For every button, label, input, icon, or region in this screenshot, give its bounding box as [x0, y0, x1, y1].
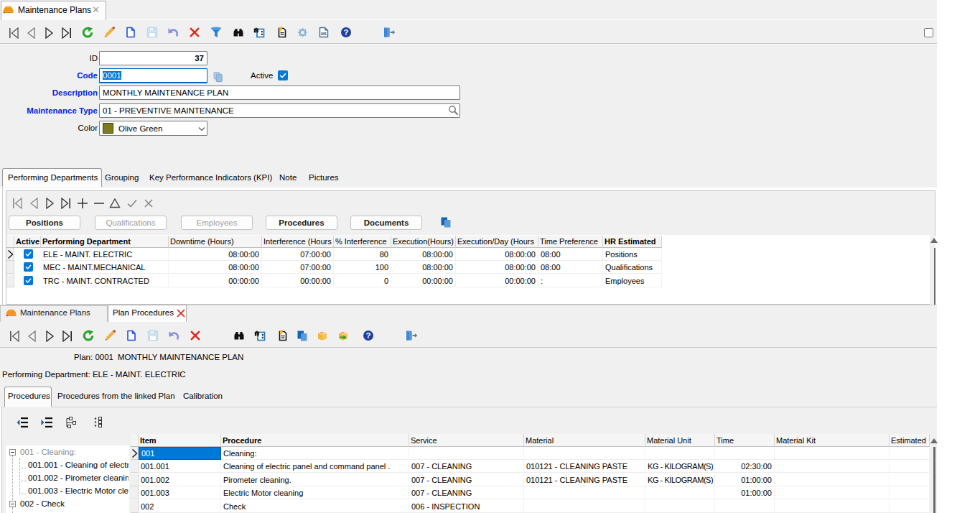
svg-text:?: ?	[343, 28, 348, 37]
svg-text:HIS: HIS	[321, 32, 327, 36]
svg-text:?: ?	[365, 331, 370, 340]
